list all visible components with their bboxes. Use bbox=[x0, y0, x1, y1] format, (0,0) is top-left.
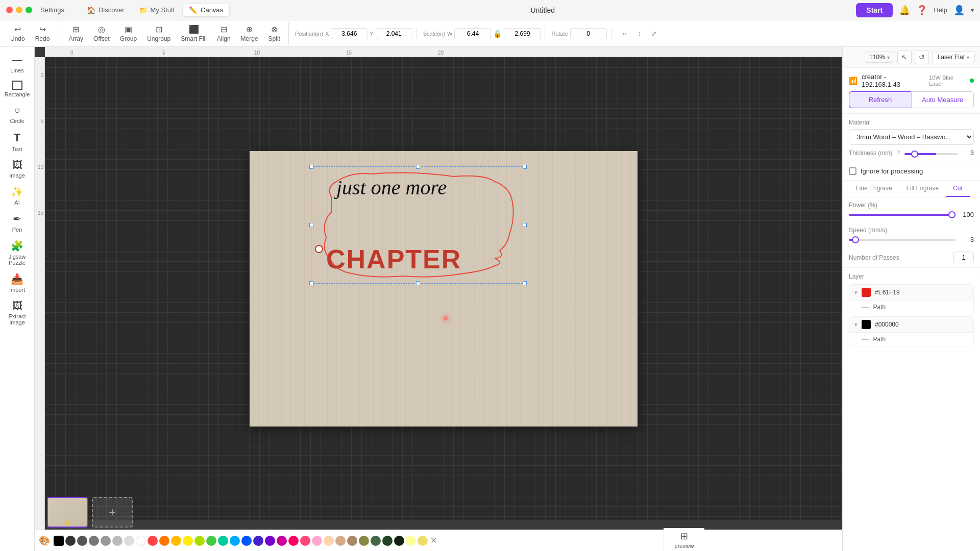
array-button[interactable]: ⊞ Array bbox=[64, 22, 87, 44]
nav-tab-discover[interactable]: 🏠 Discover bbox=[81, 4, 131, 16]
sidebar-item-ai[interactable]: ✨ AI bbox=[3, 183, 32, 209]
user-icon[interactable]: 👤 bbox=[953, 5, 965, 16]
zoom-display[interactable]: 110% ▾ bbox=[865, 52, 894, 63]
flip-v-button[interactable]: ↕ bbox=[634, 28, 645, 39]
passes-input[interactable] bbox=[953, 252, 974, 263]
color-swatch-mid-gray[interactable] bbox=[89, 536, 99, 546]
color-swatch-brown-light[interactable] bbox=[347, 536, 357, 546]
color-swatch-teal[interactable] bbox=[218, 536, 228, 546]
thickness-help-icon[interactable]: ? bbox=[896, 149, 900, 157]
color-swatch-forest[interactable] bbox=[371, 536, 381, 546]
color-swatch-dark-green[interactable] bbox=[382, 536, 393, 546]
color-picker-icon[interactable]: 🎨 bbox=[39, 535, 50, 546]
color-swatch-pale-yellow[interactable] bbox=[406, 536, 416, 546]
color-swatch-light-pink[interactable] bbox=[312, 536, 322, 546]
color-swatch-olive[interactable] bbox=[359, 536, 369, 546]
ignore-checkbox[interactable] bbox=[849, 167, 856, 175]
preview-button[interactable]: ⊞ preview bbox=[664, 528, 704, 551]
speed-slider[interactable] bbox=[849, 239, 955, 241]
page-thumb-1[interactable] bbox=[47, 497, 88, 528]
tab-line-engrave[interactable]: Line Engrave bbox=[849, 181, 899, 197]
tab-cut[interactable]: Cut bbox=[946, 181, 970, 197]
maximize-btn[interactable] bbox=[26, 7, 32, 13]
pos-x-input[interactable] bbox=[331, 28, 368, 39]
offset-button[interactable]: ◎ Offset bbox=[89, 22, 114, 44]
color-swatch-lighter-gray[interactable] bbox=[112, 536, 122, 546]
sidebar-item-lines[interactable]: — Lines bbox=[3, 51, 32, 77]
color-swatch-hot-pink[interactable] bbox=[288, 536, 299, 546]
nav-tab-canvas[interactable]: ✏️ Canvas bbox=[183, 4, 229, 16]
color-swatch-red[interactable] bbox=[148, 536, 158, 546]
lock-icon[interactable]: 🔒 bbox=[493, 30, 502, 38]
color-swatch-magenta[interactable] bbox=[277, 536, 287, 546]
color-swatch-purple[interactable] bbox=[265, 536, 275, 546]
refresh-view-button[interactable]: ↺ bbox=[915, 50, 929, 64]
color-swatch-peach[interactable] bbox=[324, 536, 334, 546]
power-slider[interactable] bbox=[849, 214, 955, 216]
auto-measure-button[interactable]: Auto Measure bbox=[911, 91, 974, 108]
split-button[interactable]: ⊗ Split bbox=[264, 22, 284, 44]
color-swatch-amber[interactable] bbox=[171, 536, 181, 546]
design-container[interactable]: just one more CHAPTER bbox=[311, 166, 525, 284]
minimize-btn[interactable] bbox=[16, 7, 22, 13]
rotate-input[interactable] bbox=[570, 28, 607, 39]
color-swatch-black[interactable] bbox=[54, 536, 64, 546]
color-swatch-gray[interactable] bbox=[77, 536, 87, 546]
sidebar-item-rectangle[interactable]: Rectangle bbox=[3, 78, 32, 101]
align-button[interactable]: ⊟ Align bbox=[213, 22, 235, 44]
color-swatch-dark[interactable] bbox=[65, 536, 76, 546]
layer-color-row-black[interactable]: ▾ #000000 bbox=[849, 317, 973, 332]
color-swatch-gold[interactable] bbox=[418, 536, 428, 546]
extract-icon: 🖼 bbox=[12, 300, 22, 312]
merge-button[interactable]: ⊕ Merge bbox=[237, 22, 262, 44]
color-swatch-tan[interactable] bbox=[335, 536, 346, 546]
refresh-button[interactable]: Refresh bbox=[849, 91, 911, 108]
tab-fill-engrave[interactable]: Fill Engrave bbox=[899, 181, 946, 197]
color-swatch-near-white[interactable] bbox=[124, 536, 134, 546]
pos-y-input[interactable] bbox=[376, 28, 412, 39]
smart-fill-button[interactable]: ⬛ Smart Fill bbox=[177, 22, 211, 44]
laser-mode-selector[interactable]: Laser Flat ▾ bbox=[932, 51, 975, 63]
scale-w-input[interactable] bbox=[454, 28, 491, 39]
scale-h-input[interactable] bbox=[504, 28, 541, 39]
sidebar-item-extract-image[interactable]: 🖼 Extract Image bbox=[3, 297, 32, 329]
flip-h-button[interactable]: ↔ bbox=[618, 28, 632, 39]
ungroup-button[interactable]: ⊡ Ungroup bbox=[143, 22, 175, 44]
color-swatch-near-black-green[interactable] bbox=[394, 536, 404, 546]
color-swatch-blue[interactable] bbox=[241, 536, 252, 546]
color-swatch-lime[interactable] bbox=[194, 536, 205, 546]
close-btn[interactable] bbox=[6, 7, 13, 13]
color-swatch-indigo[interactable] bbox=[253, 536, 263, 546]
sidebar-item-circle[interactable]: ○ Circle bbox=[3, 102, 32, 127]
color-swatch-green[interactable] bbox=[206, 536, 216, 546]
color-swatch-sky[interactable] bbox=[230, 536, 240, 546]
color-swatch-white[interactable] bbox=[136, 536, 146, 546]
sidebar-item-text[interactable]: T Text bbox=[3, 128, 32, 155]
nav-tab-my-stuff[interactable]: 📁 My Stuff bbox=[133, 4, 181, 16]
canvas-content[interactable]: just one more CHAPTER bbox=[45, 57, 842, 520]
bell-icon[interactable]: 🔔 bbox=[899, 5, 910, 16]
canvas-area[interactable]: 0 5 10 15 20 0 5 10 15 bbox=[35, 47, 842, 551]
color-swatch-pink[interactable] bbox=[300, 536, 310, 546]
flip-corner-button[interactable]: ⤢ bbox=[647, 28, 660, 39]
color-swatch-light-gray[interactable] bbox=[101, 536, 111, 546]
settings-menu[interactable]: Settings bbox=[36, 4, 68, 16]
layer-color-row-red[interactable]: ▾ #E61F19 bbox=[849, 285, 973, 300]
help-icon[interactable]: ❓ bbox=[916, 5, 927, 16]
remove-color-button[interactable]: ✕ bbox=[430, 536, 437, 545]
color-swatch-yellow[interactable] bbox=[183, 536, 193, 546]
group-button[interactable]: ▣ Group bbox=[116, 22, 141, 44]
undo-button[interactable]: ↩ Undo bbox=[6, 22, 29, 44]
sidebar-item-import[interactable]: 📥 Import bbox=[3, 270, 32, 296]
thickness-slider[interactable] bbox=[904, 153, 958, 155]
material-select[interactable]: 3mm Wood – Wood – Basswo... bbox=[849, 129, 974, 145]
start-button[interactable]: Start bbox=[856, 3, 893, 17]
redo-button[interactable]: ↪ Redo bbox=[31, 22, 54, 44]
cursor-tool-button[interactable]: ↖ bbox=[897, 50, 912, 64]
chevron-down-icon[interactable]: ▾ bbox=[971, 7, 974, 14]
sidebar-item-image[interactable]: 🖼 Image bbox=[3, 156, 32, 182]
sidebar-item-jigsaw[interactable]: 🧩 Jigsaw Puzzle bbox=[3, 237, 32, 269]
sidebar-item-pen[interactable]: ✒ Pen bbox=[3, 210, 32, 236]
color-swatch-orange[interactable] bbox=[159, 536, 169, 546]
add-page-button[interactable]: + bbox=[92, 497, 133, 528]
